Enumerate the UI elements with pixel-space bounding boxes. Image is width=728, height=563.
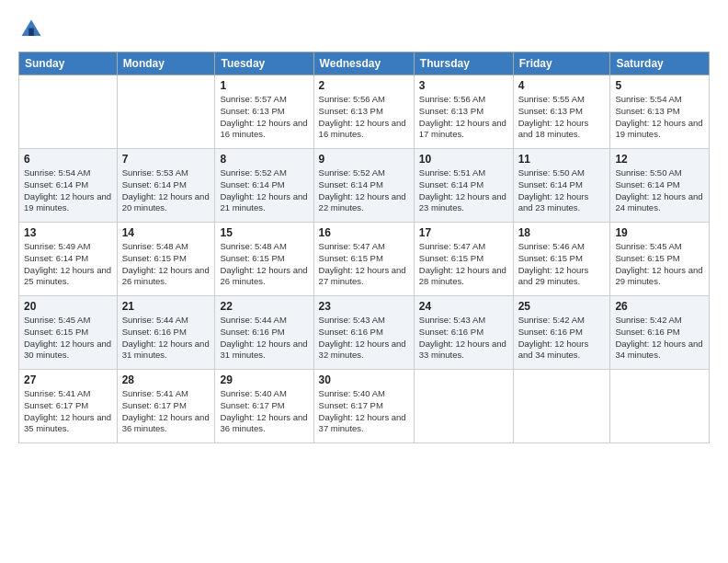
day-info: Sunrise: 5:57 AM Sunset: 6:13 PM Dayligh… [220, 94, 308, 141]
day-number: 25 [518, 300, 606, 313]
day-info: Sunrise: 5:44 AM Sunset: 6:16 PM Dayligh… [122, 315, 210, 362]
calendar-cell: 12Sunrise: 5:50 AM Sunset: 6:14 PM Dayli… [610, 149, 710, 223]
day-number: 4 [518, 79, 606, 92]
day-number: 19 [615, 226, 704, 239]
day-number: 6 [24, 153, 112, 166]
day-info: Sunrise: 5:56 AM Sunset: 6:13 PM Dayligh… [419, 94, 508, 141]
day-number: 20 [24, 300, 112, 313]
calendar-cell: 5Sunrise: 5:54 AM Sunset: 6:13 PM Daylig… [610, 75, 710, 149]
calendar-cell: 7Sunrise: 5:53 AM Sunset: 6:14 PM Daylig… [117, 149, 215, 223]
calendar-cell: 24Sunrise: 5:43 AM Sunset: 6:16 PM Dayli… [414, 296, 513, 370]
calendar: SundayMondayTuesdayWednesdayThursdayFrid… [18, 52, 710, 443]
day-info: Sunrise: 5:43 AM Sunset: 6:16 PM Dayligh… [319, 315, 409, 362]
calendar-cell: 29Sunrise: 5:40 AM Sunset: 6:17 PM Dayli… [215, 370, 313, 443]
day-info: Sunrise: 5:51 AM Sunset: 6:14 PM Dayligh… [419, 167, 508, 214]
day-info: Sunrise: 5:42 AM Sunset: 6:16 PM Dayligh… [615, 315, 704, 362]
day-info: Sunrise: 5:50 AM Sunset: 6:14 PM Dayligh… [518, 167, 606, 214]
calendar-cell [513, 370, 610, 443]
day-info: Sunrise: 5:41 AM Sunset: 6:17 PM Dayligh… [122, 388, 210, 435]
day-number: 3 [419, 79, 508, 92]
day-info: Sunrise: 5:43 AM Sunset: 6:16 PM Dayligh… [419, 315, 508, 362]
calendar-cell [610, 370, 710, 443]
day-info: Sunrise: 5:55 AM Sunset: 6:13 PM Dayligh… [518, 94, 606, 141]
day-info: Sunrise: 5:48 AM Sunset: 6:15 PM Dayligh… [122, 241, 210, 288]
calendar-header-row: SundayMondayTuesdayWednesdayThursdayFrid… [19, 52, 710, 75]
calendar-cell: 10Sunrise: 5:51 AM Sunset: 6:14 PM Dayli… [414, 149, 513, 223]
day-info: Sunrise: 5:44 AM Sunset: 6:16 PM Dayligh… [220, 315, 308, 362]
col-header-sunday: Sunday [19, 52, 118, 75]
day-number: 8 [220, 153, 308, 166]
day-number: 18 [518, 226, 606, 239]
calendar-cell: 26Sunrise: 5:42 AM Sunset: 6:16 PM Dayli… [610, 296, 710, 370]
logo [18, 17, 48, 42]
day-number: 28 [122, 373, 210, 386]
day-number: 11 [518, 153, 606, 166]
day-number: 21 [122, 300, 210, 313]
calendar-cell: 8Sunrise: 5:52 AM Sunset: 6:14 PM Daylig… [215, 149, 313, 223]
day-number: 10 [419, 153, 508, 166]
day-number: 17 [419, 226, 508, 239]
day-info: Sunrise: 5:47 AM Sunset: 6:15 PM Dayligh… [419, 241, 508, 288]
day-info: Sunrise: 5:42 AM Sunset: 6:16 PM Dayligh… [518, 315, 606, 362]
day-number: 12 [615, 153, 704, 166]
day-number: 14 [122, 226, 210, 239]
day-number: 27 [24, 373, 112, 386]
day-info: Sunrise: 5:46 AM Sunset: 6:15 PM Dayligh… [518, 241, 606, 288]
day-info: Sunrise: 5:49 AM Sunset: 6:14 PM Dayligh… [24, 241, 112, 288]
day-info: Sunrise: 5:45 AM Sunset: 6:15 PM Dayligh… [615, 241, 704, 288]
day-info: Sunrise: 5:54 AM Sunset: 6:14 PM Dayligh… [24, 167, 112, 214]
calendar-cell: 30Sunrise: 5:40 AM Sunset: 6:17 PM Dayli… [313, 370, 414, 443]
calendar-cell: 1Sunrise: 5:57 AM Sunset: 6:13 PM Daylig… [215, 75, 313, 149]
day-number: 2 [319, 79, 409, 92]
day-number: 1 [220, 79, 308, 92]
week-row-2: 6Sunrise: 5:54 AM Sunset: 6:14 PM Daylig… [19, 149, 710, 223]
col-header-friday: Friday [513, 52, 610, 75]
day-info: Sunrise: 5:50 AM Sunset: 6:14 PM Dayligh… [615, 167, 704, 214]
day-info: Sunrise: 5:52 AM Sunset: 6:14 PM Dayligh… [220, 167, 308, 214]
calendar-cell: 14Sunrise: 5:48 AM Sunset: 6:15 PM Dayli… [117, 223, 215, 296]
day-info: Sunrise: 5:56 AM Sunset: 6:13 PM Dayligh… [319, 94, 409, 141]
calendar-cell: 19Sunrise: 5:45 AM Sunset: 6:15 PM Dayli… [610, 223, 710, 296]
calendar-cell: 11Sunrise: 5:50 AM Sunset: 6:14 PM Dayli… [513, 149, 610, 223]
calendar-cell: 27Sunrise: 5:41 AM Sunset: 6:17 PM Dayli… [19, 370, 118, 443]
day-number: 24 [419, 300, 508, 313]
day-info: Sunrise: 5:52 AM Sunset: 6:14 PM Dayligh… [319, 167, 409, 214]
col-header-saturday: Saturday [610, 52, 710, 75]
day-number: 7 [122, 153, 210, 166]
week-row-5: 27Sunrise: 5:41 AM Sunset: 6:17 PM Dayli… [19, 370, 710, 443]
day-info: Sunrise: 5:40 AM Sunset: 6:17 PM Dayligh… [220, 388, 308, 435]
day-number: 22 [220, 300, 308, 313]
day-number: 5 [615, 79, 704, 92]
day-info: Sunrise: 5:53 AM Sunset: 6:14 PM Dayligh… [122, 167, 210, 214]
day-number: 29 [220, 373, 308, 386]
calendar-cell: 9Sunrise: 5:52 AM Sunset: 6:14 PM Daylig… [313, 149, 414, 223]
svg-rect-1 [28, 29, 34, 36]
week-row-3: 13Sunrise: 5:49 AM Sunset: 6:14 PM Dayli… [19, 223, 710, 296]
calendar-cell: 20Sunrise: 5:45 AM Sunset: 6:15 PM Dayli… [19, 296, 118, 370]
col-header-thursday: Thursday [414, 52, 513, 75]
calendar-cell: 15Sunrise: 5:48 AM Sunset: 6:15 PM Dayli… [215, 223, 313, 296]
day-info: Sunrise: 5:48 AM Sunset: 6:15 PM Dayligh… [220, 241, 308, 288]
calendar-cell: 28Sunrise: 5:41 AM Sunset: 6:17 PM Dayli… [117, 370, 215, 443]
day-info: Sunrise: 5:47 AM Sunset: 6:15 PM Dayligh… [319, 241, 409, 288]
calendar-cell [19, 75, 118, 149]
calendar-cell: 18Sunrise: 5:46 AM Sunset: 6:15 PM Dayli… [513, 223, 610, 296]
day-info: Sunrise: 5:45 AM Sunset: 6:15 PM Dayligh… [24, 315, 112, 362]
calendar-cell: 23Sunrise: 5:43 AM Sunset: 6:16 PM Dayli… [313, 296, 414, 370]
calendar-cell: 3Sunrise: 5:56 AM Sunset: 6:13 PM Daylig… [414, 75, 513, 149]
day-number: 13 [24, 226, 112, 239]
header [18, 17, 710, 42]
calendar-cell: 4Sunrise: 5:55 AM Sunset: 6:13 PM Daylig… [513, 75, 610, 149]
calendar-cell: 22Sunrise: 5:44 AM Sunset: 6:16 PM Dayli… [215, 296, 313, 370]
calendar-cell: 25Sunrise: 5:42 AM Sunset: 6:16 PM Dayli… [513, 296, 610, 370]
calendar-cell [117, 75, 215, 149]
calendar-cell: 2Sunrise: 5:56 AM Sunset: 6:13 PM Daylig… [313, 75, 414, 149]
day-number: 9 [319, 153, 409, 166]
col-header-monday: Monday [117, 52, 215, 75]
logo-icon [18, 17, 44, 42]
day-info: Sunrise: 5:41 AM Sunset: 6:17 PM Dayligh… [24, 388, 112, 435]
calendar-cell [414, 370, 513, 443]
day-number: 23 [319, 300, 409, 313]
week-row-1: 1Sunrise: 5:57 AM Sunset: 6:13 PM Daylig… [19, 75, 710, 149]
week-row-4: 20Sunrise: 5:45 AM Sunset: 6:15 PM Dayli… [19, 296, 710, 370]
